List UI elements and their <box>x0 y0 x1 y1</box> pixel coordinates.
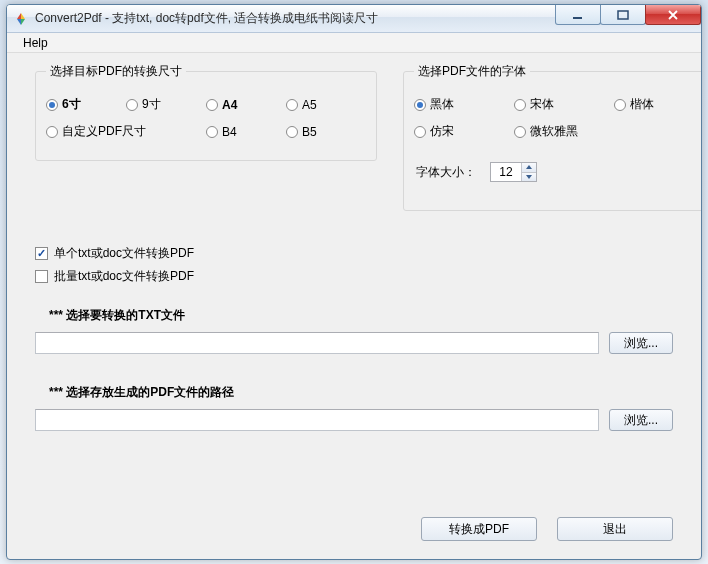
input-output-path[interactable] <box>35 409 599 431</box>
checkbox-single-file[interactable] <box>35 247 48 260</box>
browse-output-button[interactable]: 浏览... <box>609 409 673 431</box>
group-pdf-font-legend: 选择PDF文件的字体 <box>414 63 530 80</box>
radio-label: 楷体 <box>630 96 654 113</box>
button-label: 浏览... <box>624 412 658 429</box>
radio-icon <box>206 126 218 138</box>
heading-output-path: *** 选择存放生成的PDF文件的路径 <box>49 384 673 401</box>
radio-font-songti[interactable]: 宋体 <box>514 96 614 113</box>
radio-label: 自定义PDF尺寸 <box>62 123 146 140</box>
radio-custom-size[interactable]: 自定义PDF尺寸 <box>46 123 206 140</box>
radio-icon <box>286 126 298 138</box>
group-pdf-size-legend: 选择目标PDF的转换尺寸 <box>46 63 186 80</box>
window-controls <box>556 5 701 25</box>
group-pdf-size: 选择目标PDF的转换尺寸 6寸 9寸 A4 <box>35 71 377 161</box>
titlebar[interactable]: Convert2Pdf - 支持txt, doc转pdf文件, 适合转换成电纸书… <box>7 5 701 33</box>
input-txt-path[interactable] <box>35 332 599 354</box>
radio-icon <box>614 99 626 111</box>
radio-icon <box>414 126 426 138</box>
radio-icon <box>46 126 58 138</box>
radio-a5[interactable]: A5 <box>286 96 366 113</box>
menubar: Help <box>7 33 701 53</box>
radio-icon <box>514 126 526 138</box>
radio-icon <box>46 99 58 111</box>
spinner-down-button[interactable] <box>522 172 536 182</box>
checkbox-batch-files[interactable] <box>35 270 48 283</box>
checkbox-batch-files-label: 批量txt或doc文件转换PDF <box>54 268 194 285</box>
client-area: 选择目标PDF的转换尺寸 6寸 9寸 A4 <box>9 53 699 557</box>
app-icon <box>13 11 29 27</box>
radio-label: 宋体 <box>530 96 554 113</box>
button-label: 转换成PDF <box>449 521 509 538</box>
radio-b4[interactable]: B4 <box>206 123 286 140</box>
radio-b5[interactable]: B5 <box>286 123 366 140</box>
radio-label: 6寸 <box>62 96 81 113</box>
radio-label: A5 <box>302 98 317 112</box>
radio-icon <box>514 99 526 111</box>
heading-input-file: *** 选择要转换的TXT文件 <box>49 307 673 324</box>
window-title: Convert2Pdf - 支持txt, doc转pdf文件, 适合转换成电纸书… <box>35 10 378 27</box>
radio-label: 9寸 <box>142 96 161 113</box>
radio-icon <box>126 99 138 111</box>
svg-rect-0 <box>573 17 582 19</box>
close-button[interactable] <box>645 5 701 25</box>
radio-6inch[interactable]: 6寸 <box>46 96 126 113</box>
menu-help[interactable]: Help <box>15 34 56 52</box>
chevron-down-icon <box>526 175 532 179</box>
radio-icon <box>206 99 218 111</box>
radio-label: 微软雅黑 <box>530 123 578 140</box>
radio-font-kaiti[interactable]: 楷体 <box>614 96 702 113</box>
button-label: 退出 <box>603 521 627 538</box>
radio-label: A4 <box>222 98 237 112</box>
font-size-spinner[interactable]: 12 <box>490 162 537 182</box>
maximize-button[interactable] <box>600 5 646 25</box>
font-size-value: 12 <box>491 163 521 181</box>
radio-font-msyh[interactable]: 微软雅黑 <box>514 123 614 140</box>
exit-button[interactable]: 退出 <box>557 517 673 541</box>
radio-icon <box>414 99 426 111</box>
chevron-up-icon <box>526 165 532 169</box>
browse-input-button[interactable]: 浏览... <box>609 332 673 354</box>
radio-label: B4 <box>222 125 237 139</box>
group-pdf-font: 选择PDF文件的字体 黑体 宋体 楷体 <box>403 71 702 211</box>
radio-label: 黑体 <box>430 96 454 113</box>
radio-font-heiti[interactable]: 黑体 <box>414 96 514 113</box>
minimize-button[interactable] <box>555 5 601 25</box>
radio-label: 仿宋 <box>430 123 454 140</box>
radio-icon <box>286 99 298 111</box>
radio-a4[interactable]: A4 <box>206 96 286 113</box>
spinner-up-button[interactable] <box>522 163 536 172</box>
svg-rect-1 <box>618 11 628 19</box>
radio-9inch[interactable]: 9寸 <box>126 96 206 113</box>
convert-button[interactable]: 转换成PDF <box>421 517 537 541</box>
radio-font-fangsong[interactable]: 仿宋 <box>414 123 514 140</box>
font-size-label: 字体大小： <box>416 164 476 181</box>
application-window: Convert2Pdf - 支持txt, doc转pdf文件, 适合转换成电纸书… <box>6 4 702 560</box>
checkbox-single-file-label: 单个txt或doc文件转换PDF <box>54 245 194 262</box>
radio-label: B5 <box>302 125 317 139</box>
button-label: 浏览... <box>624 335 658 352</box>
